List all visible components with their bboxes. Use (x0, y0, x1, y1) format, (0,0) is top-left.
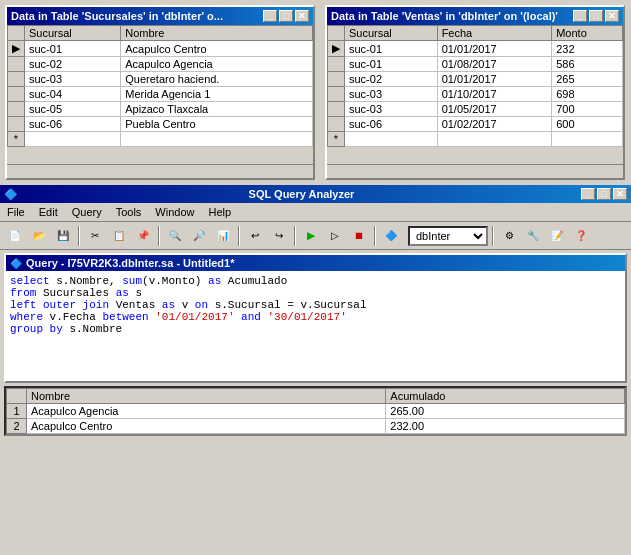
toolbar-btn-12[interactable]: ▷ (324, 225, 346, 247)
sucursal-cell: suc-06 (25, 117, 121, 132)
copy-btn[interactable]: 📋 (108, 225, 130, 247)
menu-window[interactable]: Window (152, 205, 197, 219)
query-editor[interactable]: select s.Nombre, sum(v.Monto) as Acumula… (6, 271, 625, 381)
menu-tools[interactable]: Tools (113, 205, 145, 219)
sucursal-cell: suc-01 (345, 41, 438, 57)
fecha-cell: 01/08/2017 (437, 57, 552, 72)
sql-close-btn[interactable]: ✕ (613, 188, 627, 200)
new-btn[interactable]: 📄 (4, 225, 26, 247)
menu-help[interactable]: Help (205, 205, 234, 219)
ventas-window: Data in Table 'Ventas' in 'dbInter' on '… (325, 5, 625, 180)
row-indicator (8, 72, 25, 87)
ventas-maximize-btn[interactable]: □ (589, 10, 603, 22)
table-row[interactable]: suc-05 Apizaco Tlaxcala (8, 102, 313, 117)
toolbar-sep-5 (374, 226, 376, 246)
table-row[interactable]: * (8, 132, 313, 147)
results-col-acumulado: Acumulado (386, 389, 625, 404)
row-indicator (8, 57, 25, 72)
sql-minimize-btn[interactable]: _ (581, 188, 595, 200)
monto-cell: 698 (552, 87, 623, 102)
ventas-col-indicator (328, 26, 345, 41)
table-row[interactable]: ▶ suc-01 Acapulco Centro (8, 41, 313, 57)
open-btn[interactable]: 📂 (28, 225, 50, 247)
fecha-cell (437, 132, 552, 147)
table-row[interactable]: suc-06 01/02/2017 600 (328, 117, 623, 132)
table-row[interactable]: suc-02 Acapulco Agencia (8, 57, 313, 72)
save-btn[interactable]: 💾 (52, 225, 74, 247)
menu-file[interactable]: File (4, 205, 28, 219)
monto-cell: 700 (552, 102, 623, 117)
sql-icon: 🔷 (4, 188, 18, 201)
sql-keyword: between (102, 311, 148, 323)
results-table: Nombre Acumulado 1 Acapulco Agencia 265.… (6, 388, 625, 434)
ventas-scrollbar-h[interactable] (327, 164, 623, 178)
sucursal-cell: suc-06 (345, 117, 438, 132)
sql-string: '01/01/2017' (155, 311, 234, 323)
row-indicator (328, 117, 345, 132)
toolbar-btn-13[interactable]: 🔷 (380, 225, 402, 247)
nombre-cell: Queretaro haciend. (121, 72, 313, 87)
list-item[interactable]: 2 Acapulco Centro 232.00 (7, 419, 625, 434)
nombre-cell: Puebla Centro (121, 117, 313, 132)
menu-edit[interactable]: Edit (36, 205, 61, 219)
toolbar-sep-2 (158, 226, 160, 246)
toolbar-sep-1 (78, 226, 80, 246)
table-row[interactable]: suc-06 Puebla Centro (8, 117, 313, 132)
db-selector[interactable]: dbInter (408, 226, 488, 246)
sql-keyword: group by (10, 323, 63, 335)
sucursal-cell: suc-03 (345, 87, 438, 102)
toolbar-btn-15[interactable]: 🔧 (522, 225, 544, 247)
toolbar-sep-6 (492, 226, 494, 246)
ventas-col-monto: Monto (552, 26, 623, 41)
table-row[interactable]: * (328, 132, 623, 147)
toolbar-btn-10[interactable]: 📊 (212, 225, 234, 247)
stop-btn[interactable]: ⏹ (348, 225, 370, 247)
sql-text: s.Nombre, (50, 275, 123, 287)
sucursal-cell: suc-02 (345, 72, 438, 87)
table-row[interactable]: ▶ suc-01 01/01/2017 232 (328, 41, 623, 57)
result-acumulado: 265.00 (386, 404, 625, 419)
sucursales-col-indicator (8, 26, 25, 41)
table-row[interactable]: suc-03 01/05/2017 700 (328, 102, 623, 117)
toolbar-sep-4 (294, 226, 296, 246)
menu-query[interactable]: Query (69, 205, 105, 219)
ventas-close-btn[interactable]: ✕ (605, 10, 619, 22)
sucursales-table: Sucursal Nombre ▶ suc-01 Acapulco Centro… (7, 25, 313, 147)
results-col-nombre: Nombre (27, 389, 386, 404)
sql-text: Acumulado (221, 275, 287, 287)
toolbar-btn-16[interactable]: 📝 (546, 225, 568, 247)
sql-text: Ventas (109, 299, 162, 311)
find-btn[interactable]: 🔍 (164, 225, 186, 247)
sucursal-cell: suc-05 (25, 102, 121, 117)
sucursal-cell: suc-03 (345, 102, 438, 117)
undo-btn[interactable]: ↩ (244, 225, 266, 247)
row-indicator: * (328, 132, 345, 147)
fecha-cell: 01/01/2017 (437, 41, 552, 57)
fecha-cell: 01/02/2017 (437, 117, 552, 132)
query-window-title-bar: 🔷 Query - I75VR2K3.dbInter.sa - Untitled… (6, 255, 625, 271)
table-row[interactable]: suc-03 Queretaro haciend. (8, 72, 313, 87)
cut-btn[interactable]: ✂ (84, 225, 106, 247)
sucursales-minimize-btn[interactable]: _ (263, 10, 277, 22)
toolbar-btn-9[interactable]: 🔎 (188, 225, 210, 247)
fecha-cell: 01/01/2017 (437, 72, 552, 87)
sucursales-close-btn[interactable]: ✕ (295, 10, 309, 22)
list-item[interactable]: 1 Acapulco Agencia 265.00 (7, 404, 625, 419)
toolbar-btn-14[interactable]: ⚙ (498, 225, 520, 247)
paste-btn[interactable]: 📌 (132, 225, 154, 247)
sql-keyword: as (208, 275, 221, 287)
toolbar-btn-17[interactable]: ❓ (570, 225, 592, 247)
table-row[interactable]: suc-04 Merida Agencia 1 (8, 87, 313, 102)
sql-keyword: on (195, 299, 208, 311)
sucursales-scrollbar-h[interactable] (7, 164, 313, 178)
sql-maximize-btn[interactable]: □ (597, 188, 611, 200)
ventas-minimize-btn[interactable]: _ (573, 10, 587, 22)
table-row[interactable]: suc-01 01/08/2017 586 (328, 57, 623, 72)
table-row[interactable]: suc-02 01/01/2017 265 (328, 72, 623, 87)
row-indicator: ▶ (328, 41, 345, 57)
toolbar-btn-11[interactable]: ▶ (300, 225, 322, 247)
table-row[interactable]: suc-03 01/10/2017 698 (328, 87, 623, 102)
row-indicator (328, 102, 345, 117)
redo-btn[interactable]: ↪ (268, 225, 290, 247)
sucursales-maximize-btn[interactable]: □ (279, 10, 293, 22)
